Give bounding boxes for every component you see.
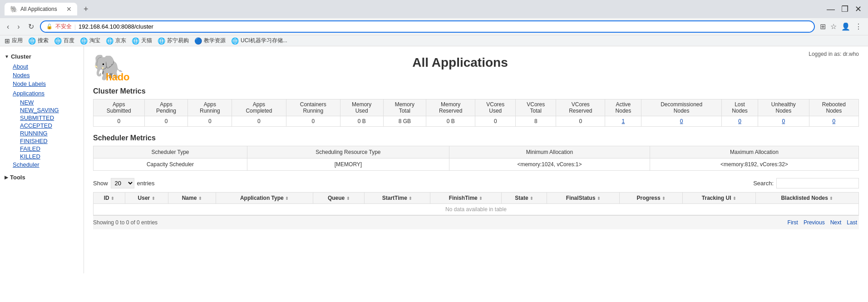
val-lost-nodes[interactable]: 0 <box>721 116 758 127</box>
bookmark-tianmao[interactable]: 🌐 天猫 <box>132 37 152 45</box>
close-window-button[interactable]: ✕ <box>853 4 863 14</box>
bookmark-suning[interactable]: 🌐 苏宁易购 <box>158 37 189 45</box>
app-col-tracking-ui[interactable]: Tracking UI ⇕ <box>683 193 756 204</box>
blacklisted-sort-icon: ⇕ <box>829 196 833 201</box>
maximize-button[interactable]: ❐ <box>839 4 850 14</box>
rebooted-link: 0 <box>832 118 835 124</box>
sidebar-link-about[interactable]: About <box>9 62 84 71</box>
main-content: 🐘 hadoop All Applications Logged in as: … <box>84 46 868 273</box>
menu-icon[interactable]: ⋮ <box>853 21 863 32</box>
tab-favicon: 🐘 <box>10 5 18 13</box>
globe-icon-5: 🌐 <box>158 37 165 45</box>
user-icon[interactable]: 👤 <box>840 21 852 32</box>
bookmark-apps[interactable]: ⊞ 应用 <box>5 37 23 45</box>
sidebar-link-applications[interactable]: Applications <box>13 89 80 98</box>
sidebar-link-running[interactable]: RUNNING <box>16 129 84 137</box>
cluster-label: Cluster <box>11 53 31 60</box>
bookmark-teaching[interactable]: 🔵 教学资源 <box>194 37 226 45</box>
state-sort-icon: ⇕ <box>530 196 533 201</box>
bookmark-taobao[interactable]: 🌐 淘宝 <box>80 37 100 45</box>
sched-val-type: Capacity Scheduler <box>94 158 247 171</box>
sidebar-link-node-labels[interactable]: Node Labels <box>9 79 84 88</box>
app-col-id[interactable]: ID ⇕ <box>94 193 125 204</box>
type-sort-icon: ⇕ <box>285 196 289 201</box>
address-input[interactable] <box>79 23 809 30</box>
val-memory-total: 8 GB <box>383 116 426 127</box>
app-col-blacklisted[interactable]: Blacklisted Nodes ⇕ <box>755 193 858 204</box>
sidebar-link-nodes[interactable]: Nodes <box>9 71 84 79</box>
val-decommissioned-nodes[interactable]: 0 <box>641 116 721 127</box>
active-nodes-link: 1 <box>622 118 625 124</box>
new-tab-button[interactable]: + <box>81 5 91 14</box>
app-col-final-status[interactable]: FinalStatus ⇕ <box>547 193 620 204</box>
forward-button[interactable]: › <box>15 22 22 32</box>
tab-close-button[interactable]: ✕ <box>66 5 72 13</box>
svg-text:hadoop: hadoop <box>106 71 129 83</box>
app-col-progress[interactable]: Progress ⇕ <box>620 193 683 204</box>
browser-bookmarks-bar: ⊞ 应用 🌐 搜索 🌐 百度 🌐 淘宝 🌐 京东 🌐 天猫 🌐 苏宁易购 🔵 <box>0 35 868 46</box>
sidebar-link-finished[interactable]: FINISHED <box>16 137 84 145</box>
sidebar-link-new[interactable]: NEW <box>16 99 84 106</box>
sidebar-link-scheduler[interactable]: Scheduler <box>9 160 84 169</box>
next-page-button[interactable]: Next <box>829 218 843 227</box>
app-col-finish-time[interactable]: FinishTime ⇕ <box>430 193 502 204</box>
show-entries: Show 20 50 100 entries <box>93 178 155 188</box>
cluster-links: About Nodes Node Labels Applications NEW… <box>0 62 84 169</box>
tools-section-header[interactable]: ▶ Tools <box>0 172 84 183</box>
app-col-progress-label: Progress <box>637 195 661 201</box>
val-active-nodes[interactable]: 1 <box>605 116 641 127</box>
app-col-final-status-label: FinalStatus <box>566 195 596 201</box>
app-col-queue-label: Queue <box>328 195 345 201</box>
col-unhealthy-nodes: UnhealthyNodes <box>758 99 809 116</box>
sidebar-link-submitted[interactable]: SUBMITTED <box>16 114 84 122</box>
applications-table: ID ⇕ User ⇕ Name ⇕ Application Type ⇕ <box>93 192 859 215</box>
app-col-user-label: User <box>138 195 150 201</box>
first-page-button[interactable]: First <box>786 218 800 227</box>
entries-select[interactable]: 20 50 100 <box>111 178 134 188</box>
val-vcores-reserved: 0 <box>556 116 605 127</box>
app-col-user[interactable]: User ⇕ <box>125 193 168 204</box>
sidebar-link-new-saving[interactable]: NEW_SAVING <box>16 106 84 114</box>
app-col-queue[interactable]: Queue ⇕ <box>313 193 365 204</box>
final-sort-icon: ⇕ <box>597 196 601 201</box>
val-rebooted-nodes[interactable]: 0 <box>809 116 858 127</box>
lost-nodes-link: 0 <box>738 118 741 124</box>
sidebar-link-failed[interactable]: FAILED <box>16 145 84 153</box>
bookmark-icon[interactable]: ☆ <box>829 21 838 32</box>
globe-icon-3: 🌐 <box>106 37 113 45</box>
app-col-finish-time-label: FinishTime <box>449 195 478 201</box>
minimize-button[interactable]: — <box>825 5 837 14</box>
col-vcores-reserved: VCoresReserved <box>556 99 605 116</box>
sched-val-resource-type: [MEMORY] <box>247 158 449 171</box>
bookmark-uci[interactable]: 🌐 UCI机器学习存储... <box>231 37 287 45</box>
sidebar-link-accepted[interactable]: ACCEPTED <box>16 122 84 129</box>
val-memory-used: 0 B <box>340 116 383 127</box>
sidebar-link-killed[interactable]: KILLED <box>16 153 84 160</box>
user-info: Logged in as: dr.who <box>791 51 859 57</box>
app-col-state[interactable]: State ⇕ <box>502 193 547 204</box>
app-col-name[interactable]: Name ⇕ <box>168 193 216 204</box>
last-page-button[interactable]: Last <box>845 218 859 227</box>
address-separator: | <box>74 23 76 30</box>
previous-page-button[interactable]: Previous <box>802 218 827 227</box>
cluster-section-header[interactable]: ▼ Cluster <box>0 51 84 62</box>
globe-icon-2: 🌐 <box>80 37 88 45</box>
app-col-type[interactable]: Application Type ⇕ <box>216 193 313 204</box>
bookmark-search[interactable]: 🌐 搜索 <box>28 37 49 45</box>
name-sort-icon: ⇕ <box>198 196 202 201</box>
val-unhealthy-nodes[interactable]: 0 <box>758 116 809 127</box>
translate-icon[interactable]: ⊞ <box>819 21 827 32</box>
search-input[interactable] <box>776 178 859 188</box>
app-col-id-label: ID <box>104 195 109 201</box>
bookmark-baidu[interactable]: 🌐 百度 <box>54 37 74 45</box>
blue-circle-icon: 🔵 <box>194 37 202 45</box>
browser-tab[interactable]: 🐘 All Applications ✕ <box>5 3 77 15</box>
globe-icon-0: 🌐 <box>28 37 36 45</box>
back-button[interactable]: ‹ <box>5 22 11 32</box>
sched-val-min-alloc: <memory:1024, vCores:1> <box>449 158 650 171</box>
refresh-button[interactable]: ↻ <box>26 21 36 32</box>
app-col-start-time[interactable]: StartTime ⇕ <box>365 193 430 204</box>
security-icon: 🔓 <box>46 24 53 30</box>
bookmark-jingdong[interactable]: 🌐 京东 <box>106 37 126 45</box>
id-sort-icon: ⇕ <box>111 196 114 201</box>
